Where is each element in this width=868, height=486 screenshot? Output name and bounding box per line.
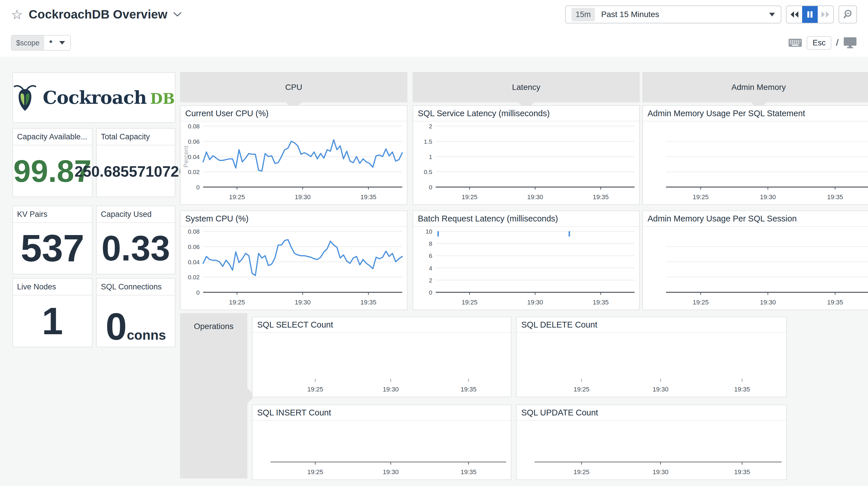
svg-text:19:30: 19:30 (295, 299, 311, 306)
chart-title: SQL DELETE Count (517, 317, 786, 333)
stat-title: Total Capacity (97, 128, 175, 145)
svg-text:19:25: 19:25 (692, 193, 709, 201)
svg-text:10: 10 (426, 228, 432, 235)
title-chevron-down-icon[interactable] (173, 12, 182, 17)
scope-variable-selector[interactable]: $scope * (11, 35, 71, 51)
cockroachdb-bug-icon (13, 83, 37, 113)
svg-text:19:30: 19:30 (760, 299, 776, 306)
group-header-latency[interactable]: Latency (413, 72, 640, 102)
svg-text:19:25: 19:25 (307, 386, 323, 393)
chart-plot-current-user-cpu[interactable]: 00.020.040.060.0819:2519:3019:35Percent (181, 121, 407, 204)
chart-panel-current-user-cpu: Current User CPU (%) 00.020.040.060.0819… (180, 105, 407, 205)
svg-text:19:25: 19:25 (574, 468, 589, 476)
svg-text:19:35: 19:35 (734, 468, 750, 476)
top-bar: ☆ CockroachDB Overview 15m Past 15 Minut… (0, 0, 868, 29)
chart-plot-sql-insert-count[interactable]: 19:2519:3019:35 (252, 421, 511, 479)
svg-text:0: 0 (196, 289, 200, 296)
svg-text:19:30: 19:30 (383, 468, 399, 476)
playback-button-group (786, 5, 834, 23)
svg-text:0: 0 (429, 184, 432, 191)
svg-text:6: 6 (429, 252, 432, 259)
stat-card-live-nodes[interactable]: Live Nodes 1 (12, 278, 92, 347)
group-label: Operations (180, 313, 247, 331)
svg-text:19:35: 19:35 (827, 193, 843, 201)
svg-text:19:35: 19:35 (360, 193, 376, 201)
zoom-out-button[interactable] (839, 5, 857, 23)
stat-title: KV Pairs (13, 206, 92, 223)
svg-text:19:30: 19:30 (653, 386, 669, 393)
svg-text:19:35: 19:35 (593, 299, 609, 306)
chart-panel-admin-memory-session: Admin Memory Usage Per SQL Session 19:25… (642, 210, 868, 310)
tv-mode-icon[interactable] (843, 37, 857, 49)
forward-button[interactable] (818, 6, 833, 23)
chart-title: System CPU (%) (181, 211, 407, 227)
scope-variable-name: $scope (11, 35, 44, 50)
stat-card-sql-connections[interactable]: SQL Connections 0 conns (96, 278, 176, 347)
group-header-admin-memory[interactable]: Admin Memory (642, 72, 868, 102)
svg-text:19:35: 19:35 (827, 299, 843, 306)
chart-plot-sql-service-latency[interactable]: 00.511.5219:2519:3019:35 (413, 121, 639, 204)
stat-unit: conns (127, 327, 166, 343)
group-label: Latency (512, 83, 540, 92)
logo-db-suffix: DB (150, 90, 175, 107)
stat-title: Capacity Available... (13, 128, 92, 145)
esc-key-hint: Esc (807, 36, 831, 50)
template-variable-row: $scope * Esc / (0, 29, 868, 57)
svg-text:2: 2 (429, 123, 432, 130)
svg-text:19:25: 19:25 (229, 299, 245, 306)
chart-plot-admin-memory-statement[interactable]: 19:2519:3019:35 (643, 121, 868, 204)
rewind-icon (789, 10, 800, 19)
svg-text:19:30: 19:30 (653, 468, 669, 476)
stat-card-capacity-used[interactable]: Capacity Used 0.33 (96, 205, 176, 275)
logo-wordmark: Cockroach (43, 87, 147, 108)
pause-button[interactable] (802, 6, 818, 23)
shortcut-separator: / (836, 37, 839, 48)
svg-text:0.04: 0.04 (188, 259, 200, 265)
svg-text:19:35: 19:35 (461, 386, 476, 393)
stat-card-kv-pairs[interactable]: KV Pairs 537 (12, 205, 92, 275)
time-range-selector[interactable]: 15m Past 15 Minutes (565, 5, 781, 23)
svg-text:19:25: 19:25 (692, 299, 709, 306)
fast-forward-icon (820, 10, 831, 19)
chart-title: SQL INSERT Count (252, 405, 511, 421)
chart-title: SQL Service Latency (milliseconds) (413, 106, 639, 121)
svg-text:0.02: 0.02 (188, 169, 200, 175)
chart-title: Admin Memory Usage Per SQL Session (643, 211, 868, 227)
time-range-badge: 15m (571, 8, 595, 21)
stat-value: 0 (106, 308, 127, 346)
svg-text:Percent: Percent (182, 146, 190, 168)
chart-plot-batch-request-latency[interactable]: 024681019:2519:3019:35 (413, 227, 639, 310)
time-range-label: Past 15 Minutes (601, 10, 769, 19)
favorite-star-icon[interactable]: ☆ (11, 8, 23, 21)
svg-text:19:30: 19:30 (527, 299, 543, 306)
chart-plot-sql-delete-count[interactable]: 19:2519:3019:35 (517, 333, 786, 397)
scope-variable-value: * (50, 38, 52, 48)
group-header-operations[interactable]: Operations (180, 313, 247, 479)
chart-plot-sql-update-count[interactable]: 19:2519:3019:35 (517, 421, 786, 479)
chart-plot-sql-select-count[interactable]: 19:2519:3019:35 (252, 333, 511, 397)
chart-panel-system-cpu: System CPU (%) 00.020.040.060.0819:2519:… (180, 210, 407, 310)
svg-text:2: 2 (429, 277, 432, 284)
svg-text:19:25: 19:25 (229, 193, 245, 201)
svg-text:0.5: 0.5 (424, 169, 432, 175)
rewind-button[interactable] (786, 6, 802, 23)
chart-panel-sql-select-count: SQL SELECT Count 19:2519:3019:35 (252, 317, 512, 397)
page-title: CockroachDB Overview (29, 7, 167, 21)
stat-value: 1 (42, 302, 63, 340)
stat-value: 537 (21, 229, 84, 267)
svg-text:19:35: 19:35 (461, 468, 476, 476)
chart-panel-admin-memory-statement: Admin Memory Usage Per SQL Statement 19:… (642, 105, 868, 205)
svg-text:8: 8 (429, 240, 432, 247)
chart-plot-system-cpu[interactable]: 00.020.040.060.0819:2519:3019:35 (181, 227, 407, 310)
stat-value: 250.6855710720 (74, 164, 187, 179)
keyboard-icon (788, 38, 802, 48)
stat-card-total-capacity[interactable]: Total Capacity 250.6855710720 GB (96, 128, 176, 197)
group-label: Admin Memory (731, 83, 786, 92)
svg-text:19:35: 19:35 (360, 299, 376, 306)
svg-text:19:35: 19:35 (593, 193, 609, 201)
svg-text:19:25: 19:25 (307, 468, 323, 476)
chart-title: SQL SELECT Count (252, 317, 511, 333)
chart-plot-admin-memory-session[interactable]: 19:2519:3019:35 (643, 227, 868, 310)
stat-card-capacity-available[interactable]: Capacity Available... 99.87 (12, 128, 92, 197)
group-header-cpu[interactable]: CPU (180, 72, 407, 102)
